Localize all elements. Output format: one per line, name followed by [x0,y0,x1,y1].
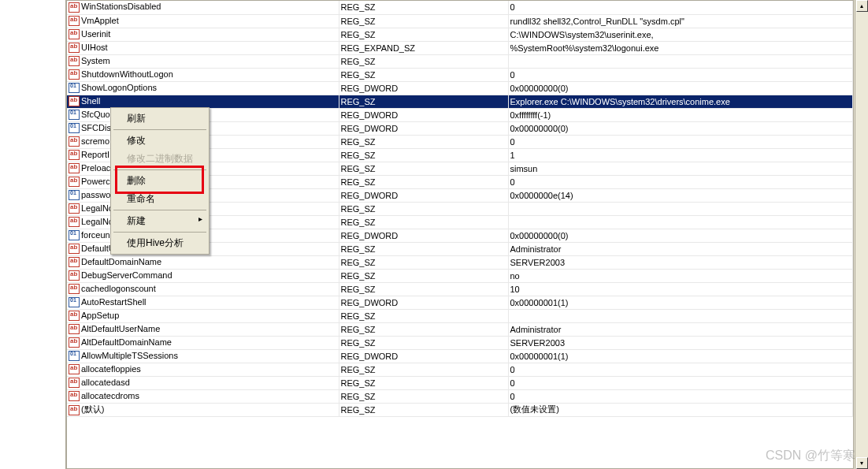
table-row[interactable]: AppSetupREG_SZ [67,309,853,322]
value-name: SFCDis [81,123,111,132]
value-name: System [81,56,110,65]
string-value-icon [69,257,80,267]
string-value-icon [69,337,80,348]
table-row[interactable]: cachedlogonscountREG_SZ10 [67,282,853,296]
value-data: 0 [508,1,853,14]
value-type: REG_SZ [339,376,508,389]
value-name: ShutdownWithoutLogon [81,69,173,79]
menu-refresh[interactable]: 刷新 [113,110,207,128]
table-row[interactable]: WinStationsDisabledREG_SZ0 [67,1,853,14]
value-name: WinStationsDisabled [81,2,161,11]
string-value-icon [69,16,80,26]
table-row[interactable]: allocatefloppiesREG_SZ0 [67,363,853,376]
value-type: REG_SZ [339,162,508,175]
value-data [508,215,853,229]
string-value-icon [69,56,80,66]
table-row[interactable]: allocatedasdREG_SZ0 [67,376,853,389]
string-value-icon [69,136,80,147]
menu-rename[interactable]: 重命名 [113,190,207,208]
scroll-down-button[interactable]: ▾ [856,457,868,469]
binary-value-icon [69,297,80,307]
value-data: 0 [508,376,853,389]
string-value-icon [69,391,80,401]
menu-delete[interactable]: 删除 [113,172,207,190]
table-row[interactable]: AltDefaultUserNameREG_SZAdministrator [67,322,853,336]
value-type: REG_SZ [339,135,508,148]
value-type: REG_SZ [339,215,508,229]
value-data: 0 [508,135,853,148]
table-row[interactable]: AllowMultipleTSSessionsREG_DWORD0x000000… [67,349,853,363]
menu-new[interactable]: 新建 [113,212,207,230]
table-row[interactable]: allocatecdromsREG_SZ0 [67,389,853,403]
scroll-up-button[interactable]: ▴ [856,0,868,12]
value-data [508,202,853,215]
value-name: cachedlogonscount [81,284,156,293]
table-row[interactable]: UserinitREG_SZC:\WINDOWS\system32\userin… [67,28,853,41]
value-name: AltDefaultUserName [81,324,160,333]
menu-modify[interactable]: 修改 [113,132,207,150]
value-type: REG_SZ [339,309,508,322]
value-data: SERVER2003 [508,255,853,269]
value-name: LegalNo [81,203,113,213]
value-type: REG_EXPAND_SZ [339,41,508,54]
value-data: 0x00000000(0) [508,229,853,242]
tree-panel[interactable] [0,0,66,469]
value-data: 0xffffffff(-1) [508,108,853,121]
string-value-icon [69,177,80,187]
value-name: AutoRestartShell [81,297,147,307]
table-row[interactable]: DebugServerCommandREG_SZno [67,269,853,282]
string-value-icon [69,244,80,254]
value-name: Shell [81,96,100,106]
value-type: REG_SZ [339,255,508,269]
value-name: allocatedasd [81,378,130,387]
binary-value-icon [69,83,80,93]
value-name: AppSetup [81,311,119,320]
string-value-icon [69,217,80,227]
value-data: 0x00000000(0) [508,81,853,95]
value-data: 0x0000000e(14) [508,188,853,202]
value-type: REG_SZ [339,322,508,336]
menu-separator [113,232,206,233]
table-row[interactable]: ShellREG_SZExplorer.exe C:\WINDOWS\syste… [67,95,853,108]
string-value-icon [69,203,80,214]
vertical-scrollbar[interactable]: ▴ ▾ [855,0,868,469]
table-row[interactable]: (默认)REG_SZ(数值未设置) [67,403,853,416]
value-type: REG_SZ [339,148,508,162]
table-row[interactable]: UIHostREG_EXPAND_SZ%SystemRoot%\system32… [67,41,853,54]
value-name: scremo [81,136,109,146]
value-data: 0x00000001(1) [508,349,853,363]
value-data: %SystemRoot%\system32\logonui.exe [508,41,853,54]
table-row[interactable]: AutoRestartShellREG_DWORD0x00000001(1) [67,296,853,309]
value-type: REG_SZ [339,175,508,188]
value-data: Administrator [508,242,853,255]
table-row[interactable]: SystemREG_SZ [67,54,853,68]
value-type: REG_SZ [339,389,508,403]
value-name: allocatecdroms [81,391,139,400]
value-type: REG_DWORD [339,349,508,363]
value-type: REG_SZ [339,363,508,376]
table-row[interactable]: ShowLogonOptionsREG_DWORD0x00000000(0) [67,81,853,95]
string-value-icon [69,29,80,39]
value-name: Userinit [81,29,110,39]
value-data: Administrator [508,322,853,336]
table-row[interactable]: AltDefaultDomainNameREG_SZSERVER2003 [67,336,853,349]
string-value-icon [69,311,80,321]
menu-hive-analysis[interactable]: 使用Hive分析 [113,234,207,252]
table-row[interactable]: DefaultDomainNameREG_SZSERVER2003 [67,255,853,269]
value-type: REG_SZ [339,242,508,255]
string-value-icon [69,43,80,53]
string-value-icon [69,96,80,106]
value-name: passwo [81,190,110,199]
value-type: REG_SZ [339,14,508,28]
value-name: LegalNo [81,217,113,226]
string-value-icon [69,2,80,13]
table-row[interactable]: VmAppletREG_SZrundll32 shell32,Control_R… [67,14,853,28]
string-value-icon [69,324,80,334]
table-row[interactable]: ShutdownWithoutLogonREG_SZ0 [67,68,853,81]
value-name: VmApplet [81,16,119,25]
value-data: SERVER2003 [508,336,853,349]
value-data: 0 [508,363,853,376]
scroll-track[interactable] [855,12,868,457]
binary-value-icon [69,190,80,200]
binary-value-icon [69,123,80,133]
